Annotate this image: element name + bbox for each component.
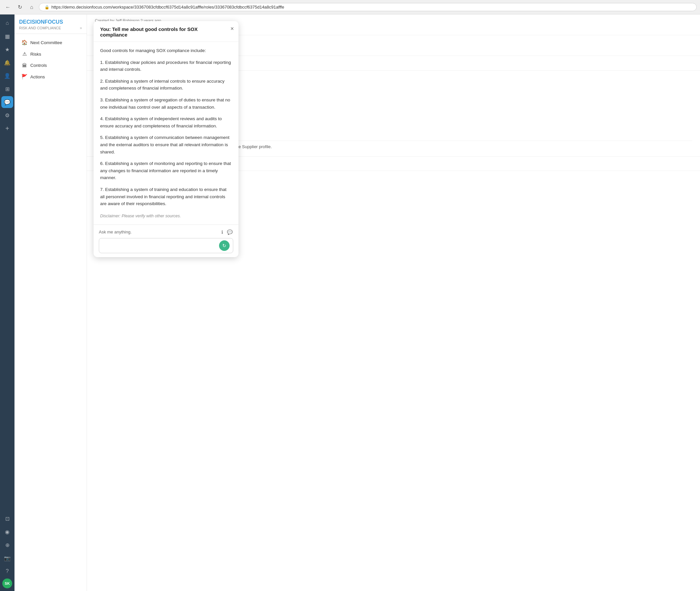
nav-label-next-committee: Next Committee	[30, 40, 62, 45]
brand-decision: DECISION	[19, 19, 45, 25]
chat-input-icons: ℹ 💬	[221, 229, 233, 236]
rail-circle[interactable]: ◉	[1, 526, 13, 538]
nav-label-risks: Risks	[30, 52, 41, 57]
chat-input-field[interactable]	[103, 241, 219, 250]
rail-chat[interactable]: 💬	[1, 96, 13, 108]
brand-focus: FOCUS	[45, 19, 63, 25]
brand-name: DECISIONFOCUS	[19, 19, 82, 25]
chat-point-5: 6. Establishing a system of monitoring a…	[100, 160, 232, 181]
rail-person[interactable]: 👤	[1, 70, 13, 82]
chat-user-query: Tell me about good controls for SOX comp…	[100, 26, 198, 38]
rail-zoom[interactable]: ⊕	[1, 539, 13, 551]
url-text: https://demo.decisionfocus.com/workspace…	[51, 5, 284, 9]
sidebar-item-controls[interactable]: 🏛 Controls	[16, 60, 85, 71]
nav-label-controls: Controls	[30, 63, 47, 68]
nav-label-actions: Actions	[30, 74, 45, 79]
chat-input-wrapper: ↻	[99, 238, 233, 253]
browser-chrome: ← ↻ ⌂ 🔒 https://demo.decisionfocus.com/w…	[0, 0, 700, 14]
chat-message-button[interactable]: 💬	[226, 229, 233, 236]
chat-point-1: 2. Establishing a system of internal con…	[100, 78, 232, 92]
rail-dashboard[interactable]: ▦	[1, 30, 13, 42]
chat-user-message: You: Tell me about good controls for SOX…	[94, 21, 238, 42]
home-button[interactable]: ⌂	[27, 3, 36, 12]
rail-add[interactable]: +	[1, 123, 13, 134]
refresh-button[interactable]: ↻	[15, 3, 24, 12]
app-layout: ⌂ ▦ ★ 🔔 👤 ⊞ 💬 ⚙ + ⊡ ◉ ⊕ 📷 ? SK DECISIONF…	[0, 14, 700, 591]
chat-input-area: Ask me anything. ℹ 💬 ↻	[94, 224, 238, 257]
actions-icon: 🚩	[21, 74, 28, 80]
sidebar-item-next-committee[interactable]: 🏠 Next Committee	[16, 37, 85, 48]
expand-icon[interactable]: »	[80, 26, 82, 30]
address-bar[interactable]: 🔒 https://demo.decisionfocus.com/workspa…	[39, 3, 697, 11]
sidebar-item-risks[interactable]: ⚠ Risks	[16, 48, 85, 60]
user-avatar[interactable]: SK	[2, 579, 12, 588]
icon-rail: ⌂ ▦ ★ 🔔 👤 ⊞ 💬 ⚙ + ⊡ ◉ ⊕ 📷 ? SK	[0, 14, 14, 591]
main-content: Created by Jeff Robinson 2 years ago Int…	[87, 14, 700, 591]
chat-point-2: 3. Establishing a system of segregation …	[100, 96, 232, 111]
chat-disclaimer: Disclaimer: Please verify with other sou…	[100, 213, 232, 219]
rail-camera[interactable]: 📷	[1, 552, 13, 564]
controls-icon: 🏛	[21, 63, 28, 68]
sidebar-header: DECISIONFOCUS RISK AND COMPLIANCE »	[14, 14, 86, 34]
chat-intro: Good controls for managing SOX complianc…	[100, 47, 232, 54]
workspace-name: RISK AND COMPLIANCE	[19, 26, 61, 30]
rail-home[interactable]: ⌂	[1, 17, 13, 29]
ask-me-label: Ask me anything.	[99, 229, 132, 235]
rail-star[interactable]: ★	[1, 44, 13, 55]
home-icon: 🏠	[21, 40, 28, 46]
warning-icon: ⚠	[21, 51, 28, 57]
chat-point-0: 1. Establishing clear policies and proce…	[100, 59, 232, 73]
chat-point-4: 5. Establishing a system of communicatio…	[100, 134, 232, 155]
sidebar-nav: 🏠 Next Committee ⚠ Risks 🏛 Controls 🚩 Ac…	[14, 34, 86, 85]
rail-help[interactable]: ?	[1, 565, 13, 577]
chat-send-button[interactable]: ↻	[219, 240, 230, 251]
sidebar-item-actions[interactable]: 🚩 Actions	[16, 71, 85, 82]
workspace-label: RISK AND COMPLIANCE »	[19, 26, 82, 30]
chat-response: Good controls for managing SOX complianc…	[94, 42, 238, 224]
rail-layout[interactable]: ⊡	[1, 513, 13, 524]
rail-grid[interactable]: ⊞	[1, 83, 13, 95]
rail-settings[interactable]: ⚙	[1, 109, 13, 121]
chat-close-button[interactable]: ×	[230, 25, 235, 32]
chat-info-button[interactable]: ℹ	[221, 229, 224, 236]
chat-panel: × You: Tell me about good controls for S…	[94, 21, 238, 257]
chat-point-6: 7. Establishing a system of training and…	[100, 186, 232, 207]
chat-point-3: 4. Establishing a system of independent …	[100, 115, 232, 129]
chat-input-meta: Ask me anything. ℹ 💬	[99, 229, 233, 236]
lock-icon: 🔒	[45, 5, 49, 9]
back-button[interactable]: ←	[3, 3, 12, 12]
chat-user-prefix: You:	[100, 26, 112, 32]
sidebar: DECISIONFOCUS RISK AND COMPLIANCE » 🏠 Ne…	[14, 14, 87, 591]
rail-bell[interactable]: 🔔	[1, 57, 13, 68]
